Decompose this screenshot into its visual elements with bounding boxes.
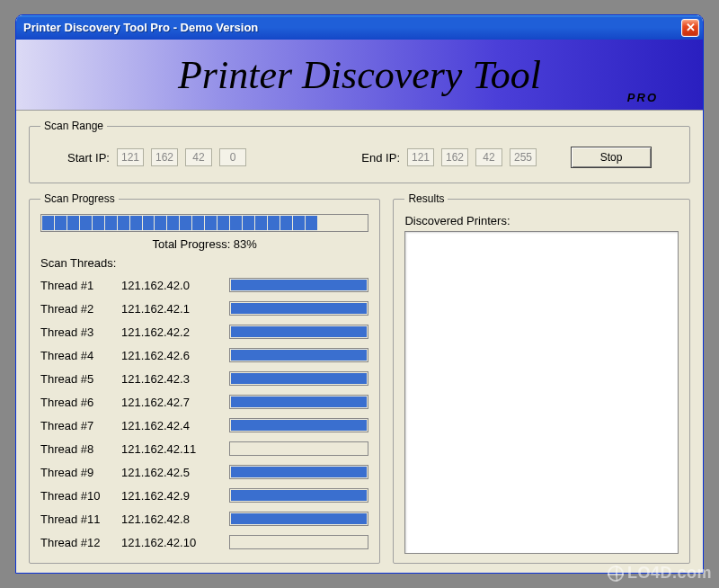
thread-row: Thread #9121.162.42.5 [40,460,368,484]
thread-name: Thread #5 [40,372,121,386]
thread-progress-bar [229,371,368,386]
stop-button[interactable]: Stop [571,147,652,168]
thread-name: Thread #12 [40,536,121,549]
thread-progress-bar [229,488,368,503]
thread-progress-fill [231,420,367,431]
thread-progress-fill [231,373,367,384]
thread-ip: 121.162.42.1 [121,302,229,316]
progress-segment [280,216,292,230]
discovered-printers-label: Discovered Printers: [404,214,679,227]
thread-row: Thread #12121.162.42.10 [40,530,368,554]
thread-progress-fill [231,490,367,501]
thread-row: Thread #1121.162.42.0 [40,273,368,297]
start-ip-octet-3[interactable] [185,148,212,166]
end-ip-octet-3[interactable] [475,148,502,166]
progress-segment [217,216,229,230]
thread-row: Thread #8121.162.42.11 [40,437,368,460]
thread-ip: 121.162.42.11 [121,442,229,456]
thread-name: Thread #2 [40,302,121,316]
thread-progress-fill [231,396,367,407]
thread-row: Thread #4121.162.42.6 [40,343,368,367]
progress-segment [155,216,166,230]
results-legend: Results [404,192,448,205]
progress-segment [143,216,155,230]
scan-progress-group: Scan Progress Total Progress: 83% Scan T… [29,192,380,564]
thread-ip: 121.162.42.2 [121,325,229,339]
thread-name: Thread #9 [40,466,121,479]
close-icon: ✕ [686,21,696,34]
progress-segment [118,216,129,230]
total-progress-label: Total Progress: 83% [40,237,368,251]
thread-name: Thread #8 [40,442,121,456]
thread-ip: 121.162.42.9 [121,489,229,503]
start-ip-octet-4[interactable] [219,148,246,166]
progress-segment [306,216,317,230]
progress-segment [230,216,242,230]
globe-icon [608,566,624,582]
banner: Printer Discovery Tool PRO [16,40,703,111]
thread-progress-bar [229,395,368,409]
banner-subtitle: PRO [627,91,658,104]
end-ip-octet-2[interactable] [441,148,468,166]
thread-progress-fill [231,467,367,477]
thread-row: Thread #11121.162.42.8 [40,507,368,530]
end-ip-octet-4[interactable] [510,148,537,166]
progress-segment [293,216,305,230]
thread-row: Thread #7121.162.42.4 [40,414,368,437]
start-ip-octet-1[interactable] [117,148,144,166]
scan-progress-legend: Scan Progress [40,192,119,205]
titlebar[interactable]: Printer Discovery Tool Pro - Demo Versio… [16,15,703,40]
window-title: Printer Discovery Tool Pro - Demo Versio… [23,21,258,34]
thread-progress-bar [229,418,368,432]
thread-row: Thread #2121.162.42.1 [40,297,368,320]
close-button[interactable]: ✕ [681,19,699,37]
thread-ip: 121.162.42.0 [121,279,229,292]
progress-segment [343,216,355,230]
thread-progress-bar [229,512,368,526]
thread-name: Thread #10 [40,489,121,503]
results-group: Results Discovered Printers: [393,192,690,564]
thread-progress-fill [231,513,367,524]
progress-segment [180,216,191,230]
thread-ip: 121.162.42.10 [121,536,229,549]
thread-progress-bar [229,325,368,339]
thread-ip: 121.162.42.5 [121,466,229,479]
thread-name: Thread #11 [40,512,121,526]
thread-progress-bar [229,465,368,479]
end-ip-label: End IP: [361,151,400,165]
progress-segment [318,216,330,230]
start-ip-label: Start IP: [67,151,110,165]
watermark-text: LO4D.com [627,564,712,583]
app-window: Printer Discovery Tool Pro - Demo Versio… [15,14,704,574]
thread-name: Thread #6 [40,396,121,409]
thread-progress-bar [229,441,368,456]
discovered-printers-list[interactable] [404,231,679,554]
thread-name: Thread #4 [40,349,121,362]
thread-row: Thread #6121.162.42.7 [40,390,368,414]
progress-segment [42,216,54,230]
progress-segment [205,216,217,230]
thread-progress-fill [231,280,367,290]
thread-name: Thread #7 [40,419,121,432]
thread-name: Thread #3 [40,325,121,339]
scan-range-legend: Scan Range [40,120,107,132]
thread-ip: 121.162.42.6 [121,349,229,362]
progress-segment [255,216,267,230]
start-ip-octet-2[interactable] [151,148,178,166]
watermark: LO4D.com [608,564,712,583]
thread-row: Thread #3121.162.42.2 [40,320,368,343]
thread-list: Thread #1121.162.42.0Thread #2121.162.42… [40,273,368,554]
progress-segment [268,216,280,230]
banner-title: Printer Discovery Tool [178,52,541,98]
progress-segment [93,216,104,230]
client-area: Scan Range Start IP: End IP: Stop Scan P… [16,111,703,573]
progress-segment [192,216,204,230]
thread-ip: 121.162.42.7 [121,396,229,409]
end-ip-octet-1[interactable] [407,148,434,166]
progress-segment [80,216,92,230]
thread-ip: 121.162.42.8 [121,512,229,526]
thread-row: Thread #10121.162.42.9 [40,484,368,507]
thread-name: Thread #1 [40,279,121,292]
progress-segment [105,216,117,230]
thread-progress-fill [231,350,367,361]
